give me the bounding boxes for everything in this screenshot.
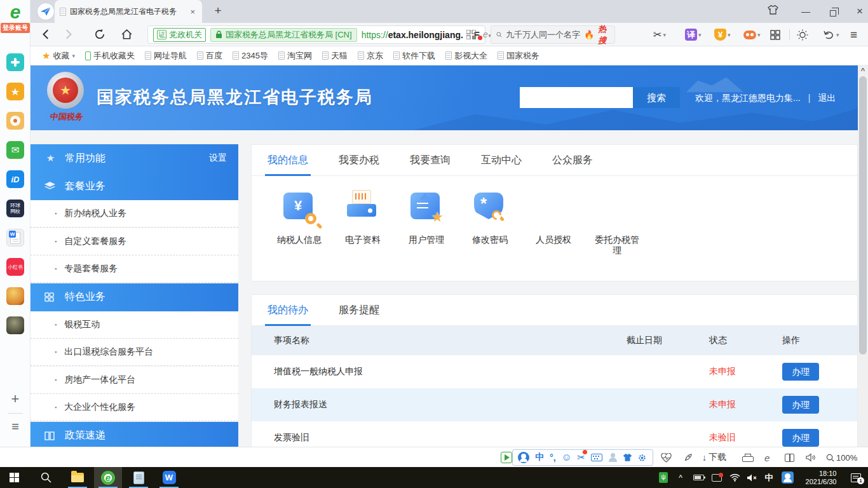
page-scrollbar[interactable]: ^ bbox=[858, 65, 868, 447]
print-button[interactable] bbox=[742, 452, 752, 463]
tray-qq-icon[interactable] bbox=[779, 467, 796, 488]
tab-tax-handle[interactable]: 我要办税 bbox=[339, 145, 379, 176]
video-popup-icon[interactable] bbox=[501, 452, 512, 463]
tray-screen-recorder-icon[interactable] bbox=[709, 467, 725, 488]
sidebar-link[interactable]: ▪房地产一体化平台 bbox=[31, 367, 238, 394]
bookmark-item[interactable]: 2345导 bbox=[233, 50, 268, 62]
browser-menu-button[interactable]: ≡ bbox=[850, 28, 857, 41]
sidebar-section-special[interactable]: 特色业务 bbox=[31, 283, 238, 311]
send-to-phone-button[interactable] bbox=[37, 3, 55, 20]
back-button[interactable] bbox=[41, 29, 53, 41]
tab-my-info[interactable]: 我的信息 bbox=[268, 145, 308, 176]
window-close-button[interactable]: × bbox=[850, 5, 868, 19]
game-center-icon[interactable] bbox=[6, 53, 24, 71]
favorites-star-icon[interactable]: ★ bbox=[6, 83, 24, 100]
game-box-button[interactable]: ▾ bbox=[743, 28, 761, 41]
ime-toolbar[interactable]: 中 °, ☺ ✂ bbox=[512, 449, 653, 466]
wallet-shield-button[interactable]: ¥▾ bbox=[714, 28, 731, 41]
theme-shirt-button[interactable] bbox=[768, 5, 787, 19]
gov-cert-badge[interactable]: 证 党政机关 bbox=[153, 28, 206, 42]
quick-item-change-password[interactable]: * 修改密码 bbox=[458, 189, 522, 256]
handle-button[interactable]: 办理 bbox=[782, 363, 819, 381]
tray-wifi-icon[interactable] bbox=[727, 467, 742, 488]
tab-service-reminder[interactable]: 服务提醒 bbox=[339, 295, 379, 326]
taskbar-search-button[interactable] bbox=[32, 467, 60, 488]
game-battle-icon[interactable] bbox=[6, 316, 24, 334]
tray-expand-button[interactable]: ^ bbox=[674, 467, 688, 488]
taskbar-file-explorer[interactable] bbox=[64, 467, 92, 488]
undo-button[interactable]: ▾ bbox=[824, 28, 839, 41]
login-account-badge[interactable]: 登录账号 bbox=[1, 23, 30, 33]
quick-item-user-mgmt[interactable]: ★ 用户管理 bbox=[395, 189, 458, 256]
taskbar-wps[interactable]: W bbox=[155, 467, 183, 488]
handle-button[interactable]: 办理 bbox=[782, 429, 819, 447]
sidebar-section-policy[interactable]: 政策速递 bbox=[31, 422, 238, 447]
new-tab-button[interactable]: + bbox=[210, 4, 226, 18]
bookmark-item[interactable]: 天猫 bbox=[322, 50, 348, 62]
quick-item-personnel-auth[interactable]: 人员授权 bbox=[522, 189, 585, 256]
quick-item-taxpayer-info[interactable]: ¥ 纳税人信息 bbox=[268, 189, 331, 256]
wps-doc-icon[interactable]: W bbox=[6, 229, 24, 247]
ime-logo-icon[interactable] bbox=[518, 452, 529, 463]
sidebar-link[interactable]: ▪新办纳税人业务 bbox=[31, 200, 238, 227]
keyboard-icon[interactable] bbox=[591, 454, 602, 461]
scrollbar-thumb[interactable] bbox=[859, 76, 867, 355]
action-center-button[interactable]: 1 bbox=[846, 467, 865, 488]
handle-button[interactable]: 办理 bbox=[782, 396, 819, 414]
bookmark-item[interactable]: 淘宝网 bbox=[278, 50, 312, 62]
start-button[interactable] bbox=[0, 467, 28, 488]
bookmark-item[interactable]: 软件下载 bbox=[393, 50, 435, 62]
download-button[interactable]: ↓ 下载 bbox=[702, 452, 726, 463]
page-zoom-button[interactable]: 100% bbox=[826, 452, 857, 463]
bookmark-item[interactable]: 国家税务 bbox=[498, 50, 539, 62]
sidebar-link[interactable]: ▪银税互动 bbox=[31, 311, 238, 339]
logout-link[interactable]: 退出 bbox=[818, 93, 836, 103]
hot-search-label[interactable]: 热搜 bbox=[598, 24, 609, 46]
sidebar-section-common[interactable]: ★ 常用功能 设置 bbox=[31, 144, 238, 172]
site-search-input[interactable] bbox=[520, 87, 633, 108]
tab-query[interactable]: 我要查询 bbox=[410, 145, 451, 176]
bookmark-phone-folder[interactable]: 手机收藏夹 bbox=[85, 50, 135, 62]
window-minimize-button[interactable]: — bbox=[796, 5, 815, 19]
app-list-button[interactable]: ≡ bbox=[0, 419, 31, 434]
site-search-button[interactable]: 搜索 bbox=[633, 87, 680, 108]
bookmark-item[interactable]: 京东 bbox=[358, 50, 383, 62]
sidebar-link[interactable]: ▪专题套餐服务 bbox=[31, 255, 238, 283]
id-app-icon[interactable]: iD bbox=[6, 170, 24, 188]
apps-grid-button[interactable] bbox=[770, 28, 780, 41]
home-button[interactable] bbox=[121, 29, 133, 41]
tab-my-todo[interactable]: 我的待办 bbox=[268, 295, 308, 326]
window-restore-button[interactable] bbox=[824, 5, 843, 19]
taskbar-notepad[interactable] bbox=[125, 467, 153, 488]
taskbar-360-browser[interactable]: e bbox=[94, 467, 122, 488]
sidebar-section-packages[interactable]: 套餐业务 bbox=[31, 172, 238, 200]
ime-scissors-icon[interactable]: ✂ bbox=[578, 452, 586, 463]
qr-code-button[interactable] bbox=[466, 30, 479, 43]
sidebar-link[interactable]: ▪自定义套餐服务 bbox=[31, 228, 238, 255]
skin-shirt-icon[interactable] bbox=[623, 453, 632, 462]
sidebar-link[interactable]: ▪大企业个性化服务 bbox=[31, 394, 238, 421]
bookmark-item[interactable]: 影视大全 bbox=[445, 50, 487, 62]
screenshot-button[interactable]: ✂▾ bbox=[653, 28, 666, 41]
xiaohongshu-icon[interactable]: 小红书 bbox=[6, 258, 24, 276]
ime-settings-gear-icon[interactable] bbox=[637, 453, 647, 463]
favorites-menu[interactable]: ★收藏▾ bbox=[42, 50, 75, 62]
browser-tab[interactable]: 国家税务总局黑龙江省电子税务 × bbox=[55, 0, 202, 23]
mute-page-button[interactable] bbox=[806, 452, 816, 463]
account-icon[interactable] bbox=[608, 453, 617, 462]
game-legend-icon[interactable] bbox=[6, 287, 24, 305]
emoji-icon[interactable]: ☺ bbox=[561, 452, 571, 463]
scroll-up-button[interactable]: ^ bbox=[858, 65, 868, 76]
sidebar-link[interactable]: ▪出口退税综合服务平台 bbox=[31, 339, 238, 366]
tab-interactive[interactable]: 互动中心 bbox=[481, 145, 522, 176]
site-identity-badge[interactable]: 国家税务总局黑龙江省税务局 [CN] bbox=[210, 28, 357, 42]
taskbar-clock[interactable]: 18:102021/6/30 bbox=[798, 467, 844, 488]
add-app-button[interactable]: + bbox=[0, 391, 31, 407]
tab-close-button[interactable]: × bbox=[188, 7, 197, 17]
quick-item-entrusted-tax[interactable]: 委托办税管理 bbox=[585, 189, 649, 256]
bookmark-item[interactable]: 网址导航 bbox=[145, 50, 187, 62]
tray-volume-muted-icon[interactable] bbox=[743, 467, 760, 488]
weibo-icon[interactable] bbox=[6, 112, 24, 130]
forward-button[interactable] bbox=[62, 29, 75, 41]
huanqiu-wangxiao-icon[interactable]: 环球 网校 bbox=[6, 200, 24, 217]
